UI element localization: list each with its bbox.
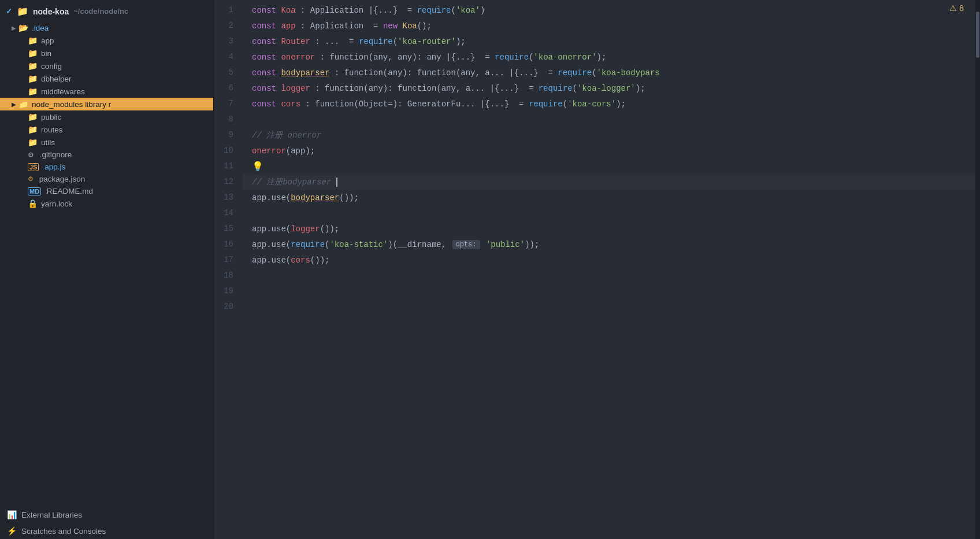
line-num-12: 12	[221, 174, 233, 190]
line-num-6: 6	[221, 80, 233, 96]
code-line-15: app.use(logger());	[243, 221, 975, 237]
folder-icon: 📁	[28, 112, 38, 121]
scratches-label: Scratches and Consoles	[21, 527, 106, 536]
tree-item-routes[interactable]: ▶ 📁 routes	[0, 123, 213, 136]
external-libraries-label: External Libraries	[21, 511, 82, 519]
code-line-7: const cors : function(Object=): Generato…	[243, 96, 975, 112]
lock-icon: 🔒	[28, 199, 38, 208]
line-num-10: 10	[221, 143, 233, 158]
tree-item-idea[interactable]: ▶ 📂 .idea	[0, 21, 213, 34]
tree-item-utils[interactable]: ▶ 📁 utils	[0, 136, 213, 149]
line-num-8: 8	[221, 112, 233, 127]
lightbulb-icon: 💡	[252, 161, 263, 172]
code-line-12: // 注册bodyparser	[243, 174, 975, 190]
cursor	[331, 178, 337, 187]
code-line-19	[243, 283, 975, 299]
project-header[interactable]: ✓ 📁 node-koa ~/code/node/nc	[0, 0, 213, 21]
scrollbar[interactable]	[975, 0, 980, 539]
tree-item-label: config	[41, 62, 62, 71]
code-line-1: const Koa : Application |{...} = require…	[243, 2, 975, 18]
gitignore-icon: ⚙	[28, 151, 34, 159]
code-line-17: app.use(cors());	[243, 252, 975, 268]
line-num-20: 20	[221, 299, 233, 315]
tree-item-label: app	[41, 36, 54, 45]
code-line-9: // 注册 onerror	[243, 127, 975, 143]
line-numbers: 1 2 3 4 5 6 7 8 9 10 11 12 13 14 15 16 1…	[214, 0, 243, 539]
project-title: node-koa	[33, 7, 69, 16]
sidebar: ✓ 📁 node-koa ~/code/node/nc ▶ 📂 .idea ▶ …	[0, 0, 214, 539]
project-path: ~/code/node/nc	[73, 7, 128, 16]
console-icon: ⚡	[7, 526, 17, 536]
tree-item-label: yarn.lock	[41, 200, 72, 208]
tree-item-packagejson[interactable]: ▶ ⚙ package.json	[0, 173, 213, 185]
folder-icon: 📁	[28, 87, 38, 96]
line-num-9: 9	[221, 127, 233, 143]
folder-icon: 📂	[18, 23, 28, 32]
tree-item-label: utils	[41, 138, 55, 147]
bar-chart-icon: 📊	[7, 510, 17, 519]
tree-item-label: node_modules library r	[32, 100, 111, 109]
line-num-7: 7	[221, 96, 233, 112]
tree-item-bin[interactable]: ▶ 📁 bin	[0, 47, 213, 60]
tree-item-node-modules[interactable]: ▶ 📁 node_modules library r	[0, 98, 213, 110]
tree-item-readmemd[interactable]: ▶ MD README.md	[0, 185, 213, 197]
line-num-13: 13	[221, 190, 233, 205]
external-libraries-item[interactable]: 📊 External Libraries	[0, 507, 213, 523]
tree-item-label: bin	[41, 49, 51, 58]
scratches-consoles-item[interactable]: ⚡ Scratches and Consoles	[0, 523, 213, 539]
tree-item-public[interactable]: ▶ 📁 public	[0, 110, 213, 123]
tree-item-label: .idea	[32, 24, 49, 32]
code-line-11: 💡	[243, 158, 975, 174]
code-line-4: const onerror : function(any, any): any …	[243, 49, 975, 65]
code-line-18	[243, 268, 975, 283]
warning-count: 8	[959, 3, 964, 13]
code-line-10: onerror(app);	[243, 143, 975, 158]
line-num-17: 17	[221, 252, 233, 268]
tree-item-gitignore[interactable]: ▶ ⚙ .gitignore	[0, 149, 213, 161]
line-num-1: 1	[221, 2, 233, 18]
arrow-icon: ▶	[9, 101, 18, 108]
code-line-8	[243, 112, 975, 127]
code-editor[interactable]: ⚠ 8 const Koa : Application |{...} = req…	[243, 0, 975, 539]
line-num-3: 3	[221, 34, 233, 49]
line-num-19: 19	[221, 283, 233, 299]
file-tree: ▶ 📂 .idea ▶ 📁 app ▶ 📁 bin ▶ 📁 config ▶ 📁…	[0, 21, 213, 210]
arrow-icon: ▶	[9, 25, 18, 31]
sidebar-bottom: 📊 External Libraries ⚡ Scratches and Con…	[0, 507, 213, 539]
line-num-15: 15	[221, 221, 233, 237]
folder-icon: 📁	[28, 138, 38, 147]
folder-icon: 📁	[28, 36, 38, 45]
line-num-16: 16	[221, 237, 233, 252]
tree-item-yarnlock[interactable]: ▶ 🔒 yarn.lock	[0, 197, 213, 210]
tree-item-config[interactable]: ▶ 📁 config	[0, 60, 213, 72]
tree-item-label: middlewares	[41, 87, 85, 96]
tree-item-label: app.js	[42, 163, 65, 171]
check-icon: ✓	[6, 7, 12, 16]
md-icon: MD	[28, 187, 41, 195]
code-line-5: const bodyparser : function(any): functi…	[243, 65, 975, 80]
tree-item-dbhelper[interactable]: ▶ 📁 dbhelper	[0, 72, 213, 85]
tree-item-label: routes	[41, 125, 63, 134]
tree-item-app[interactable]: ▶ 📁 app	[0, 34, 213, 47]
code-line-2: const app : Application = new Koa();	[243, 18, 975, 34]
folder-icon: 📁	[28, 49, 38, 58]
tree-item-label: dbhelper	[41, 75, 72, 83]
scroll-thumb[interactable]	[976, 12, 979, 58]
tree-item-appjs[interactable]: ▶ JS app.js	[0, 161, 213, 173]
line-num-11: 11	[221, 158, 233, 174]
folder-icon: 📁	[28, 74, 38, 83]
folder-icon: 📁	[18, 99, 28, 109]
line-num-5: 5	[221, 65, 233, 80]
line-num-2: 2	[221, 18, 233, 34]
tree-item-label: package.json	[37, 175, 85, 183]
code-line-20	[243, 299, 975, 315]
tree-item-middlewares[interactable]: ▶ 📁 middlewares	[0, 85, 213, 98]
tree-item-label: public	[41, 113, 61, 121]
line-num-18: 18	[221, 268, 233, 283]
tree-item-label: README.md	[44, 187, 93, 195]
warning-icon: ⚠	[949, 3, 957, 13]
editor-area: 1 2 3 4 5 6 7 8 9 10 11 12 13 14 15 16 1…	[214, 0, 980, 539]
root-folder-icon: 📁	[17, 6, 28, 17]
code-line-6: const logger : function(any): function(a…	[243, 80, 975, 96]
code-line-3: const Router : ... = require('koa-router…	[243, 34, 975, 49]
